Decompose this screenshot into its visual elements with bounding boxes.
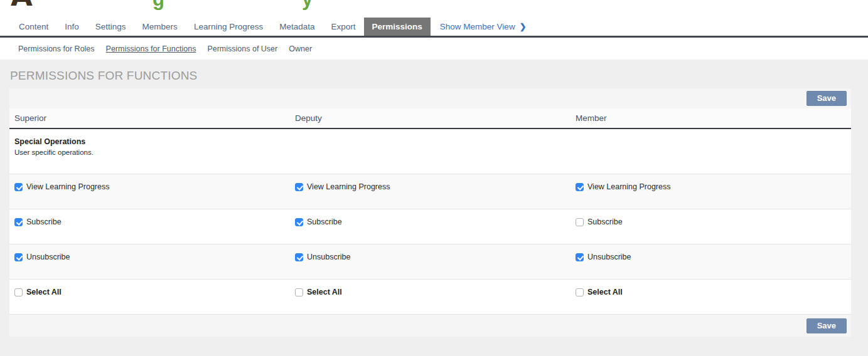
permission-label: Subscribe <box>307 217 342 226</box>
permission-label: View Learning Progress <box>26 182 109 191</box>
subtab-permissions-for-functions[interactable]: Permissions for Functions <box>100 45 202 53</box>
section-description: User specific operations. <box>14 149 846 156</box>
save-button-top[interactable]: Save <box>806 91 847 106</box>
show-member-view-link[interactable]: Show Member View ❯ <box>432 18 535 36</box>
page-heading-fragment: y <box>302 0 313 9</box>
subtab-permissions-of-user[interactable]: Permissions of User <box>201 45 283 53</box>
section-row-special-operations: Special Operations User specific operati… <box>9 129 851 174</box>
checkbox-select-all-superior[interactable] <box>14 288 23 296</box>
table-row-subscribe: Subscribe Subscribe Subscribe <box>9 209 851 244</box>
sub-tab-bar: Permissions for Roles Permissions for Fu… <box>0 38 868 60</box>
main-tab-bar: Content Info Settings Members Learning P… <box>0 18 868 38</box>
permission-label: View Learning Progress <box>307 182 390 191</box>
tab-content[interactable]: Content <box>11 18 56 36</box>
tab-settings[interactable]: Settings <box>87 18 134 36</box>
permission-label: View Learning Progress <box>587 182 670 191</box>
permission-label: Subscribe <box>587 217 623 226</box>
main-content: PERMISSIONS FOR FUNCTIONS Save Superior … <box>0 60 868 337</box>
show-member-view-label: Show Member View <box>440 22 515 31</box>
permission-label: Unsubscribe <box>26 253 70 261</box>
save-button-bottom[interactable]: Save <box>806 318 847 333</box>
checkbox-unsubscribe-deputy[interactable] <box>295 253 303 261</box>
tab-permissions[interactable]: Permissions <box>364 18 431 36</box>
page-heading-fragment: g <box>153 0 164 9</box>
tab-metadata[interactable]: Metadata <box>271 18 323 36</box>
permissions-table-card: Save Superior Deputy Member Special Oper… <box>9 88 851 337</box>
table-row-select-all: Select All Select All Select All <box>9 280 851 315</box>
subtab-owner[interactable]: Owner <box>283 45 318 53</box>
checkbox-subscribe-deputy[interactable] <box>295 218 303 226</box>
permission-label: Subscribe <box>26 217 62 226</box>
tab-info[interactable]: Info <box>56 18 87 36</box>
checkbox-unsubscribe-superior[interactable] <box>14 253 23 261</box>
subtab-permissions-for-roles[interactable]: Permissions for Roles <box>13 45 100 53</box>
checkbox-view-learning-progress-superior[interactable] <box>14 183 23 191</box>
section-title: Special Operations <box>14 137 846 146</box>
column-header-member: Member <box>571 113 851 123</box>
bottom-toolbar: Save <box>9 315 851 337</box>
tab-learning-progress[interactable]: Learning Progress <box>186 18 271 36</box>
top-header-strip: A g y <box>0 0 868 18</box>
select-all-label: Select All <box>307 288 342 296</box>
tab-members[interactable]: Members <box>134 18 186 36</box>
checkbox-select-all-deputy[interactable] <box>295 288 303 296</box>
checkbox-view-learning-progress-deputy[interactable] <box>295 183 303 191</box>
select-all-label: Select All <box>26 288 62 296</box>
permission-label: Unsubscribe <box>307 253 350 261</box>
chevron-right-icon: ❯ <box>520 22 527 31</box>
checkbox-view-learning-progress-member[interactable] <box>576 183 584 191</box>
checkbox-select-all-member[interactable] <box>576 288 584 296</box>
checkbox-subscribe-member[interactable] <box>576 218 584 226</box>
table-row-view-learning-progress: View Learning Progress View Learning Pro… <box>9 174 851 209</box>
checkbox-unsubscribe-member[interactable] <box>576 253 584 261</box>
app-logo: A <box>11 0 33 10</box>
page-title: PERMISSIONS FOR FUNCTIONS <box>9 60 851 88</box>
table-header-row: Superior Deputy Member <box>9 108 851 129</box>
permission-label: Unsubscribe <box>587 253 631 261</box>
column-header-deputy: Deputy <box>290 113 571 123</box>
table-row-unsubscribe: Unsubscribe Unsubscribe Unsubscribe <box>9 244 851 280</box>
tab-export[interactable]: Export <box>323 18 364 36</box>
select-all-label: Select All <box>587 288 623 296</box>
column-header-superior: Superior <box>9 113 290 123</box>
checkbox-subscribe-superior[interactable] <box>14 218 23 226</box>
top-toolbar: Save <box>9 88 851 108</box>
